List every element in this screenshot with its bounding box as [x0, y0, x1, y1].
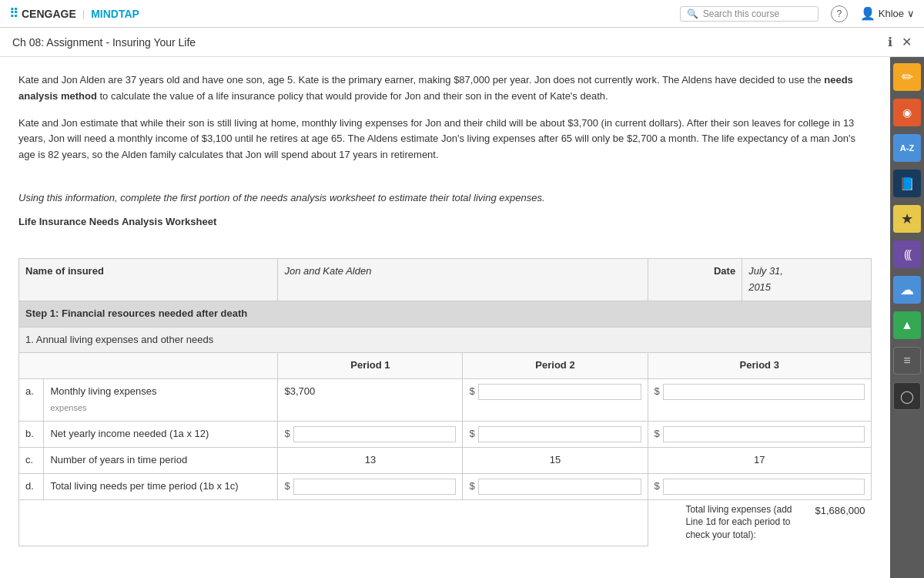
row-c: c. Number of years in time period 13 15 …	[19, 447, 872, 473]
row-a-p3-cell[interactable]: $	[648, 379, 872, 422]
para1-cont: to calculate the value of a life insuran…	[100, 90, 608, 102]
logo-separator: |	[82, 8, 85, 19]
worksheet-table: Name of insured Jon and Kate Alden Date …	[18, 258, 872, 546]
annual-label: 1. Annual living expenses and other need…	[19, 327, 872, 353]
row-b-label: b.	[19, 421, 44, 447]
row-b-desc: Net yearly income needed (1a x 12)	[44, 421, 278, 447]
search-bar[interactable]: 🔍 Search this course	[680, 6, 819, 22]
row-b-p1-input[interactable]	[293, 426, 457, 442]
dollar-sign-a2: $	[469, 384, 474, 400]
row-b-p3-input[interactable]	[663, 426, 865, 442]
book-icon[interactable]: 📘	[893, 170, 921, 197]
row-d-desc: Total living needs per time period (1b x…	[44, 473, 278, 499]
row-b-p2-cell[interactable]: $	[463, 421, 648, 447]
user-menu[interactable]: 👤 Khloe ∨	[860, 6, 915, 21]
search-input-text: Search this course	[703, 8, 779, 19]
row-d-p3-input[interactable]	[663, 479, 865, 495]
worksheet-title: Life Insurance Needs Analysis Worksheet	[18, 214, 872, 230]
row-a-p1-value: $3,700	[278, 379, 463, 422]
dollar-sign-a3: $	[654, 384, 660, 400]
row-a-p3-input[interactable]	[663, 384, 865, 400]
main-layout: Kate and Jon Alden are 37 years old and …	[0, 57, 924, 578]
cloud-icon[interactable]: ☁	[893, 276, 921, 304]
header-period3: Period 3	[648, 353, 872, 379]
total-row: Total living expenses (add Line 1d for e…	[19, 499, 872, 546]
search-icon: 🔍	[687, 8, 698, 19]
name-label: Name of insured	[19, 259, 278, 301]
total-empty	[19, 499, 648, 546]
info-icon[interactable]: ℹ	[888, 35, 892, 49]
total-value: $1,686,000	[815, 503, 865, 519]
logo-dots-icon: ⠿	[9, 6, 18, 21]
row-a-desc: Monthly living expenses expenses	[44, 379, 278, 422]
row-c-desc: Number of years in time period	[44, 447, 278, 473]
cengage-logo: ⠿ CENGAGE | MINDTAP	[9, 6, 139, 21]
lines-icon[interactable]: ≡	[893, 347, 921, 375]
name-value: Jon and Kate Alden	[278, 259, 648, 301]
chevron-down-icon: ∨	[907, 8, 915, 19]
total-label: Total living expenses (add Line 1d for e…	[685, 503, 808, 542]
row-b-p1-cell[interactable]: $	[278, 421, 463, 447]
pencil-icon[interactable]: ✏	[893, 63, 921, 91]
row-d-p1-cell[interactable]: $	[278, 473, 463, 499]
content-area: Kate and Jon Alden are 37 years old and …	[0, 57, 890, 578]
header-empty	[19, 353, 278, 379]
row-b-p3-cell[interactable]: $	[648, 421, 872, 447]
row-c-p3-value: 17	[648, 447, 872, 473]
row-d-label: d.	[19, 473, 44, 499]
az-icon[interactable]: A-Z	[893, 134, 921, 162]
para1-text: Kate and Jon Alden are 37 years old and …	[18, 74, 822, 86]
help-button[interactable]: ?	[831, 5, 848, 22]
row-a-p2-input[interactable]	[478, 384, 641, 400]
subheader-icons: ℹ ✕	[888, 35, 912, 49]
name-date-row: Name of insured Jon and Kate Alden Date …	[19, 259, 872, 301]
row-b-p2-input[interactable]	[478, 426, 641, 442]
dollar-sign-d2: $	[469, 479, 474, 495]
navbar-left: ⠿ CENGAGE | MINDTAP	[9, 6, 139, 21]
row-a-p2-cell[interactable]: $	[463, 379, 648, 422]
row-d: d. Total living needs per time period (1…	[19, 473, 872, 499]
row-a: a. Monthly living expenses expenses $3,7…	[19, 379, 872, 422]
row-a-label: a.	[19, 379, 44, 422]
header-period1: Period 1	[278, 353, 463, 379]
page-title: Ch 08: Assignment - Insuring Your Life	[12, 36, 196, 49]
star-icon[interactable]: ★	[893, 205, 921, 233]
date-value: July 31, 2015	[742, 259, 872, 301]
step1-row: Step 1: Financial resources needed after…	[19, 301, 872, 327]
paragraph-1: Kate and Jon Alden are 37 years old and …	[18, 72, 872, 105]
row-d-p2-input[interactable]	[478, 479, 641, 495]
period-header-row: Period 1 Period 2 Period 3	[19, 353, 872, 379]
total-info: Total living expenses (add Line 1d for e…	[648, 499, 872, 546]
row-d-p2-cell[interactable]: $	[463, 473, 648, 499]
paragraph-2: Kate and Jon estimate that while their s…	[18, 116, 872, 163]
cengage-text: CENGAGE	[22, 8, 76, 20]
dollar-sign-d1: $	[284, 479, 290, 495]
row-b: b. Net yearly income needed (1a x 12) $ …	[19, 421, 872, 447]
row-c-label: c.	[19, 447, 44, 473]
header-period2: Period 2	[463, 353, 648, 379]
annual-row: 1. Annual living expenses and other need…	[19, 327, 872, 353]
navbar: ⠿ CENGAGE | MINDTAP 🔍 Search this course…	[0, 0, 924, 28]
subheader: Ch 08: Assignment - Insuring Your Life ℹ…	[0, 28, 924, 57]
date-label: Date	[648, 259, 742, 301]
right-sidebar: ✏ ◉ A-Z 📘 ★ ((( ☁ ▲ ≡ ◯	[890, 57, 924, 578]
dollar-sign-b1: $	[284, 426, 290, 442]
row-c-p1-value: 13	[278, 447, 463, 473]
triangle-icon[interactable]: ▲	[893, 311, 921, 339]
rss-icon[interactable]: ◉	[893, 99, 921, 126]
row-c-p2-value: 15	[463, 447, 648, 473]
close-icon[interactable]: ✕	[902, 35, 912, 49]
dollar-sign-b3: $	[654, 426, 660, 442]
row-d-p3-cell[interactable]: $	[648, 473, 872, 499]
step1-label: Step 1: Financial resources needed after…	[19, 301, 872, 327]
row-d-p1-input[interactable]	[293, 479, 457, 495]
mindtap-text: MINDTAP	[91, 8, 139, 20]
user-icon: 👤	[860, 6, 875, 21]
wave-icon[interactable]: (((	[893, 240, 921, 268]
navbar-right: 🔍 Search this course ? 👤 Khloe ∨	[680, 5, 915, 22]
dollar-sign-b2: $	[469, 426, 474, 442]
user-name: Khloe	[879, 8, 904, 19]
instruction: Using this information, complete the fir…	[18, 190, 872, 207]
dollar-sign-d3: $	[654, 479, 660, 495]
circle-icon[interactable]: ◯	[893, 382, 921, 410]
